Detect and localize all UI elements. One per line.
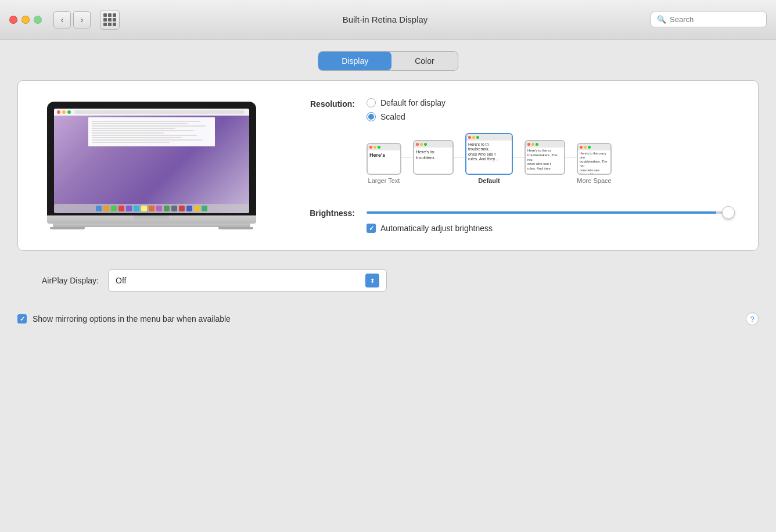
scale-line-1	[401, 157, 413, 157]
mirroring-row: ✓ Show mirroring options in the menu bar…	[17, 312, 759, 325]
scale-section: Here's Here's totroublem...	[367, 133, 735, 184]
laptop-display	[54, 109, 249, 213]
scale-thumbnails-row: Here's Here's totroublem...	[367, 133, 735, 175]
laptop-container	[47, 102, 256, 229]
resolution-options: Default for display Scaled	[367, 98, 446, 121]
bottom-section: AirPlay Display: Off ⬍ ✓ Show mirroring …	[17, 260, 759, 330]
brightness-row: Brightness:	[285, 207, 735, 218]
help-button[interactable]: ?	[746, 312, 759, 325]
scale-thumb-3: Here's to thtroublemak...ones who see tr…	[465, 133, 513, 175]
scale-option-1[interactable]: Here's	[367, 143, 401, 175]
brightness-slider[interactable]	[367, 211, 735, 214]
close-button[interactable]	[9, 16, 17, 24]
maximize-button[interactable]	[34, 16, 42, 24]
scale-option-3[interactable]: Here's to thtroublemak...ones who see tr…	[465, 133, 513, 175]
scale-option-2[interactable]: Here's totroublem...	[413, 140, 454, 175]
scale-thumb-5: Here's to the crazy onetroublemakers. Th…	[577, 143, 612, 175]
select-arrow-icon: ⬍	[365, 274, 379, 287]
auto-brightness-checkbox[interactable]: ✓	[367, 224, 376, 233]
search-box[interactable]: 🔍	[651, 12, 767, 27]
brightness-section: Brightness: ✓ Automatically adjust brigh…	[285, 207, 735, 233]
resolution-scaled-radio[interactable]	[367, 112, 376, 121]
resolution-default-label: Default for display	[380, 98, 446, 107]
scale-label-5: More Space	[577, 177, 612, 184]
laptop-base	[47, 215, 256, 224]
scale-line-4	[565, 157, 577, 157]
scale-option-4[interactable]: Here's to the crtroublemakers. The rouon…	[524, 140, 565, 175]
scale-thumb-2: Here's totroublem...	[413, 140, 454, 175]
airplay-row: AirPlay Display: Off ⬍	[17, 269, 759, 292]
tab-display[interactable]: Display	[318, 52, 391, 70]
minimize-button[interactable]	[21, 16, 30, 24]
scale-line-2	[454, 157, 465, 157]
resolution-default-option[interactable]: Default for display	[367, 98, 446, 107]
scale-label-3: Default	[465, 177, 513, 184]
mirroring-label: Show mirroring options in the menu bar w…	[33, 314, 231, 323]
window-title: Built-in Retina Display	[127, 15, 644, 24]
resolution-label: Resolution:	[285, 98, 355, 109]
grid-view-button[interactable]	[100, 10, 120, 30]
mock-dock	[54, 204, 249, 213]
scale-thumb-1: Here's	[367, 143, 401, 175]
auto-brightness-label: Automatically adjust brightness	[380, 224, 493, 233]
airplay-label: AirPlay Display:	[17, 276, 99, 285]
tab-switcher: Display Color	[318, 51, 458, 71]
tab-color[interactable]: Color	[391, 52, 457, 70]
mirroring-checkmark-icon: ✓	[20, 315, 25, 323]
back-button[interactable]: ‹	[53, 11, 71, 28]
main-content: Display Color	[0, 39, 776, 532]
slider-thumb[interactable]	[722, 206, 735, 219]
resolution-scaled-option[interactable]: Scaled	[367, 112, 446, 121]
resolution-scaled-label: Scaled	[380, 112, 405, 121]
checkmark-icon: ✓	[369, 225, 374, 232]
laptop-screen	[47, 102, 256, 215]
traffic-lights	[9, 16, 42, 24]
airplay-select-value: Off	[116, 276, 126, 285]
main-panel: Resolution: Default for display Scaled	[17, 80, 759, 251]
mirroring-checkbox[interactable]: ✓	[17, 314, 27, 323]
scale-labels-row: Larger Text Default More Space	[367, 177, 735, 184]
nav-buttons: ‹ ›	[53, 11, 91, 28]
resolution-section: Resolution: Default for display Scaled	[285, 98, 735, 121]
brightness-label: Brightness:	[285, 207, 355, 218]
scale-line-3	[513, 157, 524, 157]
scale-thumb-4: Here's to the crtroublemakers. The rouon…	[524, 140, 565, 175]
titlebar: ‹ › Built-in Retina Display 🔍	[0, 0, 776, 39]
auto-brightness-row: ✓ Automatically adjust brightness	[367, 224, 735, 233]
laptop-feet	[50, 227, 253, 229]
forward-button[interactable]: ›	[73, 11, 91, 28]
search-icon: 🔍	[657, 15, 666, 24]
scale-label-1: Larger Text	[367, 177, 401, 184]
grid-icon	[103, 13, 116, 26]
search-input[interactable]	[670, 15, 757, 24]
resolution-default-radio[interactable]	[367, 98, 376, 107]
brightness-slider-wrap[interactable]	[367, 211, 735, 214]
settings-panel: Resolution: Default for display Scaled	[285, 98, 735, 233]
scale-option-5[interactable]: Here's to the crazy onetroublemakers. Th…	[577, 143, 612, 175]
airplay-select[interactable]: Off ⬍	[108, 269, 387, 292]
laptop-preview	[41, 98, 262, 233]
